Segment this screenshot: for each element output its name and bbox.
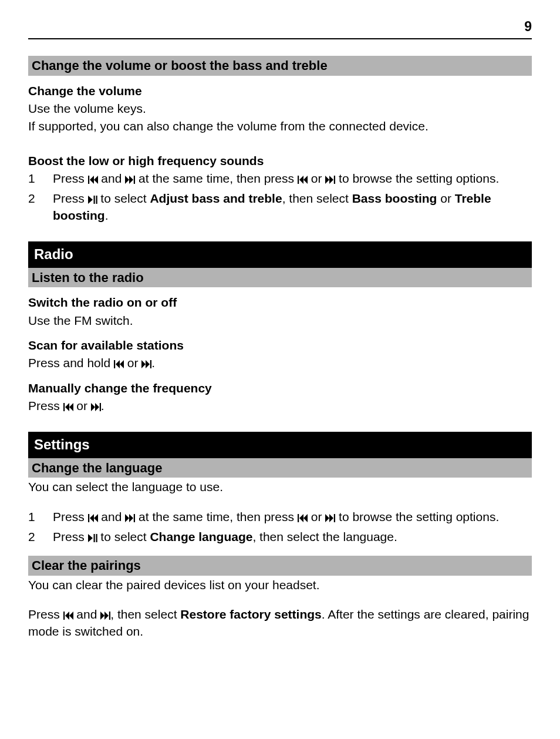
step-text: Press and at the same time, then press o… bbox=[53, 170, 499, 187]
skip-forward-icon bbox=[125, 176, 135, 184]
skip-forward-icon bbox=[325, 176, 335, 184]
radio-manual-block: Manually change the frequency Press or . bbox=[28, 380, 532, 415]
body-text: Use the FM switch. bbox=[28, 313, 532, 329]
step-number: 2 bbox=[28, 190, 53, 224]
list-item: 2 Press to select Adjust bass and treble… bbox=[28, 190, 532, 224]
radio-switch-block: Switch the radio on or off Use the FM sw… bbox=[28, 294, 532, 329]
section-heading-change-language: Change the language bbox=[28, 458, 532, 478]
step-text: Press to select Adjust bass and treble, … bbox=[53, 190, 532, 224]
step-number: 1 bbox=[28, 509, 53, 525]
step-text: Press to select Change language, then se… bbox=[53, 529, 397, 545]
section-heading-listen-radio: Listen to the radio bbox=[28, 268, 532, 288]
skip-back-icon bbox=[298, 514, 308, 522]
section-heading-volume: Change the volume or boost the bass and … bbox=[28, 56, 532, 76]
change-volume-block: Change the volume Use the volume keys. I… bbox=[28, 83, 532, 135]
section-heading-clear-pairings: Clear the pairings bbox=[28, 556, 532, 576]
skip-back-icon bbox=[63, 612, 73, 620]
list-item: 1 Press and at the same time, then press… bbox=[28, 509, 532, 525]
skip-forward-icon bbox=[141, 360, 151, 368]
play-pause-icon bbox=[88, 534, 97, 542]
boost-block: Boost the low or high frequency sounds 1… bbox=[28, 153, 532, 224]
heading-manual-freq: Manually change the frequency bbox=[28, 380, 532, 397]
body-text: You can clear the paired devices list on… bbox=[28, 577, 532, 593]
radio-scan-block: Scan for available stations Press and ho… bbox=[28, 337, 532, 372]
body-text: Use the volume keys. bbox=[28, 100, 532, 117]
skip-back-icon bbox=[63, 403, 73, 411]
step-text: Press and at the same time, then press o… bbox=[53, 509, 499, 525]
heading-scan-stations: Scan for available stations bbox=[28, 337, 532, 354]
play-pause-icon bbox=[88, 196, 97, 204]
skip-back-icon bbox=[298, 176, 308, 184]
skip-forward-icon bbox=[325, 514, 335, 522]
list-item: 1 Press and at the same time, then press… bbox=[28, 170, 532, 187]
skip-back-icon bbox=[88, 176, 98, 184]
chapter-heading-settings: Settings bbox=[28, 432, 532, 458]
body-text: Press and hold or . bbox=[28, 355, 532, 371]
body-text: If supported, you can also change the vo… bbox=[28, 118, 532, 135]
step-number: 2 bbox=[28, 529, 53, 545]
body-text: Press or . bbox=[28, 398, 532, 414]
chapter-heading-radio: Radio bbox=[28, 241, 532, 267]
heading-boost: Boost the low or high frequency sounds bbox=[28, 153, 532, 169]
skip-forward-icon bbox=[100, 612, 110, 620]
body-text: You can select the language to use. bbox=[28, 479, 532, 495]
skip-forward-icon bbox=[125, 514, 135, 522]
page-number: 9 bbox=[28, 18, 532, 39]
body-text: Press and , then select Restore factory … bbox=[28, 606, 532, 640]
skip-forward-icon bbox=[91, 403, 101, 411]
heading-switch-radio: Switch the radio on or off bbox=[28, 294, 532, 311]
list-item: 2 Press to select Change language, then … bbox=[28, 529, 532, 545]
heading-change-volume: Change the volume bbox=[28, 83, 532, 99]
skip-back-icon bbox=[114, 360, 124, 368]
skip-back-icon bbox=[88, 514, 98, 522]
step-number: 1 bbox=[28, 170, 53, 187]
page: 9 Change the volume or boost the bass an… bbox=[0, 0, 560, 664]
